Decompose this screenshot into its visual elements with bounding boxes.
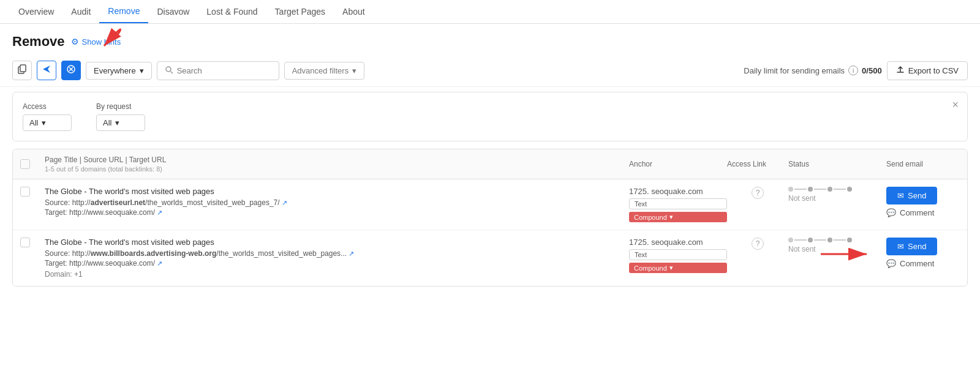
advanced-filters-button[interactable]: Advanced filters ▾	[284, 62, 365, 80]
row1-title: The Globe - The world's most visited web…	[45, 187, 629, 196]
daily-limit-label: Daily limit for sending emails	[744, 66, 845, 75]
search-input[interactable]	[177, 66, 271, 75]
row1-checkbox[interactable]	[20, 187, 45, 197]
row2-page-info: The Globe - The world's most visited web…	[45, 238, 629, 279]
access-filter-dropdown[interactable]: All ▾	[23, 114, 72, 131]
cancel-button[interactable]	[61, 61, 81, 80]
row1-comment-button[interactable]: 💬 Comment	[886, 208, 934, 217]
row2-source-domain[interactable]: www.billboards.advertising-web.org	[91, 249, 217, 258]
copy-button[interactable]	[12, 61, 32, 80]
envelope-icon2: ✉	[897, 242, 904, 251]
copy-icon	[17, 64, 27, 77]
row1-anchor-domain: 1725. seoquake.com	[629, 187, 727, 196]
col-page-title: Page Title | Source URL | Target URL	[45, 156, 629, 164]
row2-slider[interactable]	[788, 238, 886, 242]
row2-anchor-text-tag: Text	[629, 249, 727, 260]
row2-source: Source: http://www.billboards.advertisin…	[45, 249, 629, 258]
by-request-label: By request	[96, 102, 145, 111]
top-navigation: Overview Audit Remove Disavow Lost & Fou…	[0, 0, 980, 24]
nav-overview[interactable]: Overview	[10, 1, 62, 23]
row1-anchor: 1725. seoquake.com Text Compound ▾	[629, 187, 727, 222]
row2-target: Target: http://www.seoquake.com/ ↗	[45, 259, 629, 268]
svg-point-5	[166, 67, 171, 72]
access-filter-group: Access All ▾	[23, 102, 72, 131]
envelope-icon1: ✉	[897, 191, 904, 200]
select-all-checkbox[interactable]	[20, 159, 45, 169]
row2-checkbox[interactable]	[20, 238, 45, 247]
page-header: Remove ⚙ Show hints	[0, 24, 980, 54]
table-row: The Globe - The world's most visited web…	[13, 179, 967, 230]
row1-source: Source: http://advertiseurl.net/the_worl…	[45, 198, 629, 207]
row2-anchor-domain: 1725. seoquake.com	[629, 238, 727, 247]
filters-close-button[interactable]: ×	[952, 99, 959, 111]
adv-filters-label: Advanced filters	[292, 66, 349, 75]
filters-panel: Access All ▾ By request All ▾ ×	[12, 92, 968, 141]
toolbar: Everywhere ▾ Advanced filters ▾ Daily li…	[0, 54, 980, 87]
row1-slider[interactable]	[788, 187, 886, 192]
row2-compound-tag[interactable]: Compound ▾	[629, 263, 727, 273]
row2-domain-plus: Domain: +1	[45, 270, 629, 279]
table-header: Page Title | Source URL | Target URL 1-5…	[13, 149, 967, 179]
chevron-down-icon-compound2: ▾	[669, 264, 673, 272]
chevron-down-icon-access: ▾	[42, 118, 46, 127]
row2-send-button[interactable]: ✉ Send	[886, 238, 937, 255]
question-icon1: ?	[752, 187, 764, 199]
access-filter-label: Access	[23, 102, 72, 111]
col-send-email: Send email	[886, 160, 960, 168]
by-request-dropdown[interactable]: All ▾	[96, 114, 145, 131]
row1-send-button[interactable]: ✉ Send	[886, 187, 937, 204]
external-link-icon3: ↗	[349, 250, 354, 257]
table-meta: 1-5 out of 5 domains (total backlinks: 8…	[45, 165, 629, 173]
nav-audit[interactable]: Audit	[62, 1, 99, 23]
row1-page-info: The Globe - The world's most visited web…	[45, 187, 629, 217]
comment-icon2: 💬	[886, 259, 896, 268]
nav-target-pages[interactable]: Target Pages	[266, 1, 334, 23]
limit-count: 0/500	[862, 66, 882, 75]
row2-access: ?	[727, 238, 788, 250]
cancel-icon	[66, 64, 76, 77]
external-link-icon2: ↗	[157, 209, 162, 216]
show-hints-button[interactable]: ⚙ Show hints	[71, 37, 121, 47]
send-arrow-button[interactable]	[37, 61, 56, 80]
row2-actions: ✉ Send 💬 Comment	[886, 238, 960, 268]
search-box[interactable]	[157, 61, 279, 80]
row2-comment-button[interactable]: 💬 Comment	[886, 259, 934, 268]
results-table: Page Title | Source URL | Target URL 1-5…	[12, 149, 968, 287]
nav-disavow[interactable]: Disavow	[148, 1, 198, 23]
row1-status-text: Not sent	[788, 194, 886, 203]
svg-rect-1	[20, 65, 26, 72]
external-link-icon4: ↗	[157, 260, 162, 267]
chevron-down-icon: ▾	[140, 66, 144, 75]
col-anchor: Anchor	[629, 160, 727, 168]
row2-title: The Globe - The world's most visited web…	[45, 238, 629, 247]
comment-icon1: 💬	[886, 208, 896, 217]
by-request-filter-group: By request All ▾	[96, 102, 145, 131]
row1-compound-tag[interactable]: Compound ▾	[629, 212, 727, 222]
col-status: Status	[788, 160, 886, 168]
row2-anchor: 1725. seoquake.com Text Compound ▾	[629, 238, 727, 273]
col-access-link: Access Link	[727, 159, 788, 170]
row2-status-text: Not sent	[788, 245, 886, 253]
location-label: Everywhere	[94, 66, 136, 75]
chevron-down-icon-compound1: ▾	[669, 213, 673, 221]
row1-status: Not sent	[788, 187, 886, 203]
row1-access: ?	[727, 187, 788, 199]
export-csv-button[interactable]: Export to CSV	[887, 61, 968, 80]
gear-icon: ⚙	[71, 37, 79, 47]
upload-icon	[896, 66, 905, 76]
row1-actions: ✉ Send 💬 Comment	[886, 187, 960, 217]
info-icon[interactable]: i	[848, 66, 858, 75]
location-dropdown[interactable]: Everywhere ▾	[86, 62, 152, 80]
nav-remove[interactable]: Remove	[99, 0, 148, 23]
row1-target: Target: http://www.seoquake.com/ ↗	[45, 208, 629, 217]
row1-source-domain[interactable]: advertiseurl.net	[91, 198, 145, 207]
page-title: Remove	[12, 34, 65, 50]
chevron-down-icon-req: ▾	[115, 118, 119, 127]
question-icon2: ?	[752, 238, 764, 250]
nav-about[interactable]: About	[334, 1, 374, 23]
chevron-down-icon-adv: ▾	[352, 66, 356, 75]
nav-lost-found[interactable]: Lost & Found	[198, 1, 266, 23]
export-label: Export to CSV	[908, 66, 959, 75]
daily-limit-info: Daily limit for sending emails i 0/500	[744, 66, 881, 75]
row1-anchor-text-tag: Text	[629, 198, 727, 209]
